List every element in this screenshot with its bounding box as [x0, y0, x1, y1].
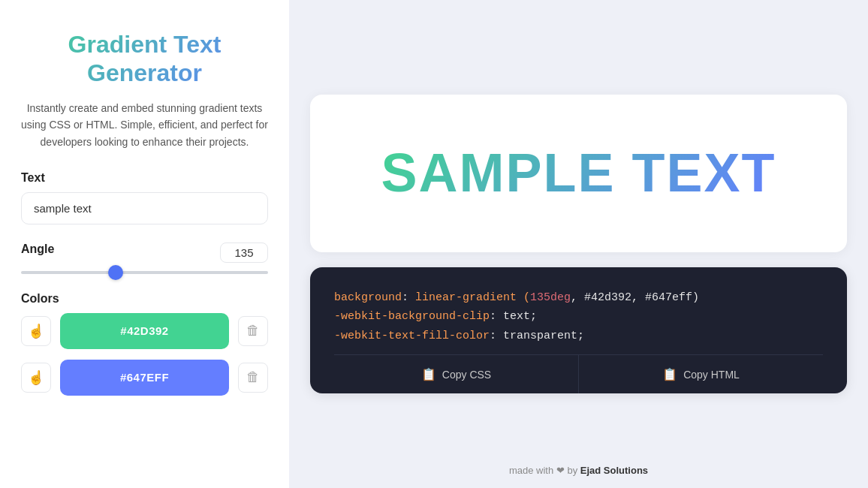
code-value-3: transparent;: [496, 330, 584, 342]
color-swatch-1[interactable]: #42D392: [60, 313, 229, 349]
copy-css-icon: 📋: [421, 367, 436, 381]
angle-slider[interactable]: [21, 271, 268, 274]
color-hex-2: #647EFF: [120, 371, 169, 384]
copy-html-icon: 📋: [662, 367, 677, 381]
preview-card: SAMPLE TEXT: [310, 95, 847, 252]
footer-heart-icon: ❤: [556, 465, 568, 476]
footer: made with ❤ by Ejad Solutions: [509, 465, 648, 476]
app-title-line1: Gradient Text: [68, 31, 222, 58]
code-angle: 135deg: [530, 291, 571, 304]
code-value-pre-1: linear-gradient (: [408, 291, 530, 304]
color-swatch-2[interactable]: #647EFF: [60, 360, 229, 396]
code-prop-1: background: [334, 291, 402, 304]
app-description: Instantly create and embed stunning grad…: [21, 100, 268, 150]
color-hex-1: #42D392: [120, 324, 168, 337]
footer-made-with: made with: [509, 465, 553, 476]
colors-section: Colors ☝ #42D392 🗑 ☝ #647EFF 🗑: [21, 292, 268, 406]
code-colon-3: :: [490, 330, 496, 342]
copy-html-button[interactable]: 📋 Copy HTML: [579, 355, 823, 393]
code-prop-2: -webkit-background-clip: [334, 310, 490, 323]
delete-color-1[interactable]: 🗑: [238, 316, 268, 346]
code-colon-2: :: [490, 310, 496, 323]
drag-handle-1[interactable]: ☝: [21, 316, 51, 346]
code-colon-1: :: [402, 291, 408, 304]
code-card: background: linear-gradient (135deg, #42…: [310, 267, 847, 394]
colors-label: Colors: [21, 292, 268, 306]
app-title: Gradient Text Generator: [21, 30, 268, 88]
delete-color-2[interactable]: 🗑: [238, 363, 268, 393]
footer-by: by: [567, 465, 577, 476]
footer-author: Ejad Solutions: [580, 465, 648, 476]
text-label: Text: [21, 171, 268, 185]
code-colors: , #42d392, #647eff): [571, 291, 699, 304]
code-line-1: background: linear-gradient (135deg, #42…: [334, 288, 823, 308]
code-block: background: linear-gradient (135deg, #42…: [334, 288, 823, 352]
code-line-3: -webkit-text-fill-color: transparent;: [334, 327, 823, 346]
angle-label: Angle: [21, 242, 54, 256]
copy-css-label: Copy CSS: [442, 369, 491, 381]
angle-section: Angle 135: [21, 242, 268, 274]
slider-container: [21, 271, 268, 274]
app-title-line2: Generator: [87, 59, 202, 86]
code-actions: 📋 Copy CSS 📋 Copy HTML: [334, 354, 823, 393]
code-value-2: text;: [496, 310, 537, 323]
text-field-section: Text: [21, 171, 268, 242]
angle-value: 135: [220, 242, 268, 263]
code-prop-3: -webkit-text-fill-color: [334, 330, 490, 342]
left-panel: Gradient Text Generator Instantly create…: [0, 0, 289, 488]
preview-text: SAMPLE TEXT: [381, 143, 776, 203]
color-row-1: ☝ #42D392 🗑: [21, 313, 268, 349]
angle-header: Angle 135: [21, 242, 268, 264]
text-input[interactable]: [21, 192, 268, 224]
code-line-2: -webkit-background-clip: text;: [334, 307, 823, 327]
color-row-2: ☝ #647EFF 🗑: [21, 360, 268, 396]
copy-css-button[interactable]: 📋 Copy CSS: [334, 355, 579, 393]
right-panel: SAMPLE TEXT background: linear-gradient …: [289, 0, 868, 488]
copy-html-label: Copy HTML: [683, 369, 740, 381]
drag-handle-2[interactable]: ☝: [21, 363, 51, 393]
